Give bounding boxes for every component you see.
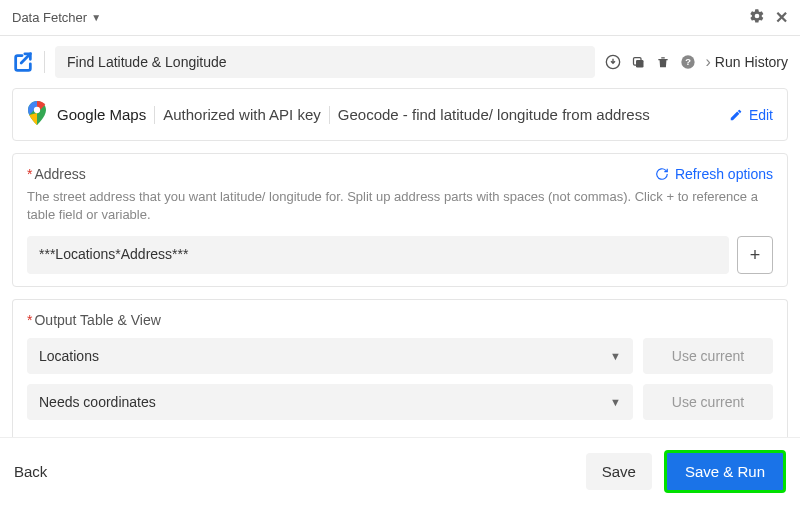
source-card: Google Maps Authorized with API key Geoc…: [12, 88, 788, 141]
output-view-value: Needs coordinates: [39, 394, 156, 410]
datafetcher-logo-icon: [12, 51, 34, 73]
chevron-right-icon: ›: [706, 53, 711, 71]
edit-label: Edit: [749, 107, 773, 123]
refresh-options-button[interactable]: Refresh options: [655, 166, 773, 182]
vertical-divider: [44, 51, 45, 73]
svg-rect-1: [636, 60, 644, 68]
svg-point-5: [34, 107, 40, 113]
back-button[interactable]: Back: [14, 463, 47, 480]
save-button[interactable]: Save: [586, 453, 652, 490]
request-toolbar: Find Latitude & Longitude ? › Run Histor…: [0, 36, 800, 88]
caret-down-icon: ▼: [610, 350, 621, 362]
refresh-label: Refresh options: [675, 166, 773, 182]
caret-down-icon: ▼: [610, 396, 621, 408]
trash-icon[interactable]: [656, 54, 670, 70]
use-current-table-button[interactable]: Use current: [643, 338, 773, 374]
output-table-select[interactable]: Locations ▼: [27, 338, 633, 374]
app-topbar: Data Fetcher ▼ ✕: [0, 0, 800, 35]
vertical-divider: [154, 106, 155, 124]
vertical-divider: [329, 106, 330, 124]
add-reference-button[interactable]: +: [737, 236, 773, 274]
save-and-run-button[interactable]: Save & Run: [664, 450, 786, 493]
copy-icon[interactable]: [631, 55, 646, 70]
request-name-input[interactable]: Find Latitude & Longitude: [55, 46, 595, 78]
output-label: *Output Table & View: [27, 312, 773, 328]
address-value: ***Locations*Address***: [39, 246, 188, 262]
address-help-text: The street address that you want latitud…: [27, 188, 773, 224]
output-view-select[interactable]: Needs coordinates ▼: [27, 384, 633, 420]
gear-icon[interactable]: [749, 8, 765, 27]
address-label: *Address: [27, 166, 86, 182]
caret-down-icon: ▼: [91, 12, 101, 23]
address-input[interactable]: ***Locations*Address***: [27, 236, 729, 274]
footer-bar: Back Save Save & Run: [0, 437, 800, 505]
address-card: *Address Refresh options The street addr…: [12, 153, 788, 287]
content-scroll[interactable]: Google Maps Authorized with API key Geoc…: [0, 88, 800, 452]
use-current-view-button[interactable]: Use current: [643, 384, 773, 420]
required-marker: *: [27, 312, 32, 328]
source-service: Google Maps: [57, 106, 146, 123]
help-icon[interactable]: ?: [680, 54, 696, 70]
download-icon[interactable]: [605, 54, 621, 70]
edit-source-button[interactable]: Edit: [729, 107, 773, 123]
run-history-link[interactable]: › Run History: [706, 53, 788, 71]
app-name-dropdown[interactable]: Data Fetcher ▼: [12, 10, 101, 25]
svg-text:?: ?: [685, 57, 691, 67]
google-maps-pin-icon: [27, 101, 47, 128]
required-marker: *: [27, 166, 32, 182]
source-endpoint: Geocode - find latitude/ longitude from …: [338, 106, 650, 123]
output-card: *Output Table & View Locations ▼ Use cur…: [12, 299, 788, 450]
request-name-text: Find Latitude & Longitude: [67, 54, 227, 70]
source-auth: Authorized with API key: [163, 106, 321, 123]
run-history-label: Run History: [715, 54, 788, 70]
close-icon[interactable]: ✕: [775, 8, 788, 27]
app-name-label: Data Fetcher: [12, 10, 87, 25]
output-table-value: Locations: [39, 348, 99, 364]
